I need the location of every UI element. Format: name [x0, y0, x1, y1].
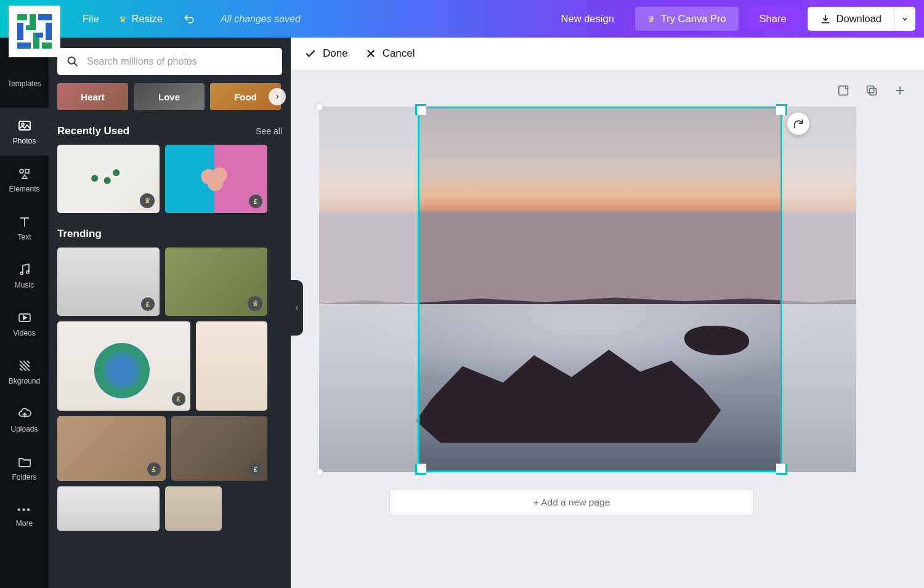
rail-elements[interactable]: Elements [0, 156, 49, 204]
rail-more-label: More [16, 519, 33, 528]
try-pro-button[interactable]: ♛ Try Canva Pro [635, 7, 739, 31]
download-caret-button[interactable] [894, 7, 915, 31]
photo-thumb[interactable] [57, 248, 160, 316]
category-next-button[interactable] [269, 88, 286, 105]
close-icon [365, 48, 376, 59]
rail-folders-label: Folders [12, 473, 36, 481]
svg-rect-5 [17, 42, 31, 49]
category-love[interactable]: Love [134, 83, 205, 110]
top-bar: File ♛ Resize All changes saved New desi… [0, 0, 924, 38]
photo-content [319, 107, 856, 472]
resize-handle-tl[interactable] [315, 103, 323, 111]
photo-thumb[interactable] [57, 486, 160, 531]
rail-videos-label: Videos [13, 329, 35, 337]
rail-uploads[interactable]: Uploads [0, 396, 49, 444]
photo-thumb[interactable] [57, 416, 166, 481]
undo-icon [182, 13, 196, 25]
rail-folders[interactable]: Folders [0, 444, 49, 492]
download-label: Download [837, 13, 881, 25]
chevron-left-icon [294, 304, 300, 312]
crop-handle-br[interactable] [776, 464, 787, 475]
svg-point-15 [26, 271, 29, 273]
rail-background-label: Bkground [9, 377, 40, 385]
download-icon [820, 14, 831, 25]
app-logo[interactable] [9, 6, 60, 57]
svg-rect-2 [38, 14, 52, 20]
image-frame[interactable] [319, 107, 856, 472]
copy-icon [865, 84, 878, 97]
text-icon [17, 214, 32, 229]
file-menu[interactable]: File [83, 13, 99, 25]
category-heart[interactable]: Heart [57, 83, 128, 110]
music-icon [17, 262, 32, 277]
svg-rect-4 [17, 23, 23, 40]
crop-action-bar: Done Cancel [291, 38, 924, 70]
photo-thumb[interactable] [196, 321, 267, 411]
rail-text[interactable]: Text [0, 204, 49, 252]
folder-icon [17, 454, 32, 469]
search-bar[interactable] [57, 48, 282, 75]
add-page-button[interactable]: + Add a new page [389, 489, 754, 515]
cloud-upload-icon [17, 406, 32, 421]
background-icon [17, 358, 32, 373]
undo-button[interactable] [182, 13, 196, 25]
cancel-label: Cancel [383, 47, 415, 60]
save-status: All changes saved [221, 14, 301, 25]
resize-handle-bl[interactable] [315, 469, 323, 477]
rotate-button[interactable] [787, 113, 809, 135]
svg-rect-9 [36, 33, 43, 38]
svg-point-11 [22, 123, 24, 126]
resize-button[interactable]: ♛ Resize [119, 13, 163, 25]
photo-thumb[interactable] [165, 248, 267, 316]
done-button[interactable]: Done [304, 47, 348, 60]
shapes-icon [17, 166, 32, 181]
canvas-area: + Add a new page [291, 70, 924, 588]
crop-handle-tr[interactable] [776, 104, 787, 115]
notes-button[interactable] [835, 82, 852, 99]
svg-rect-3 [46, 23, 52, 40]
rail-videos[interactable]: Videos [0, 300, 49, 348]
crown-icon: ♛ [647, 14, 655, 24]
photo-icon [17, 118, 32, 133]
duplicate-page-button[interactable] [863, 82, 880, 99]
done-label: Done [323, 47, 348, 60]
svg-point-17 [68, 57, 75, 64]
photo-thumb[interactable] [57, 321, 190, 411]
topbar-left-group: File ♛ Resize [83, 13, 196, 25]
svg-rect-19 [869, 88, 876, 95]
trending-title: Trending [57, 228, 102, 240]
rotate-icon [792, 118, 804, 130]
svg-point-14 [20, 272, 23, 275]
photo-thumb[interactable] [57, 145, 160, 213]
see-all-link[interactable]: See all [256, 126, 282, 136]
chevron-down-icon [901, 15, 909, 23]
new-design-button[interactable]: New design [549, 7, 626, 31]
search-input[interactable] [87, 56, 274, 67]
cancel-button[interactable]: Cancel [365, 47, 415, 60]
panel-collapse-tab[interactable] [291, 280, 303, 336]
photo-thumb[interactable] [165, 145, 267, 213]
rail-photos[interactable]: Photos [0, 108, 49, 156]
photo-thumb[interactable] [165, 486, 222, 531]
logo-icon [15, 12, 54, 51]
crop-handle-bl[interactable] [415, 464, 426, 475]
rail-elements-label: Elements [9, 185, 39, 193]
download-group: Download [808, 7, 915, 31]
try-pro-label: Try Canva Pro [661, 13, 726, 25]
search-icon [66, 55, 79, 68]
photo-thumb[interactable] [171, 416, 267, 481]
crop-handle-tl[interactable] [415, 104, 426, 115]
rail-music[interactable]: Music [0, 252, 49, 300]
svg-point-12 [20, 169, 23, 173]
share-button[interactable]: Share [747, 7, 799, 31]
download-button[interactable]: Download [808, 7, 894, 31]
more-dots-icon: ••• [17, 504, 31, 515]
rail-templates-label: Templates [7, 79, 41, 88]
note-icon [837, 84, 850, 97]
rail-background[interactable]: Bkground [0, 348, 49, 396]
category-row: Heart Love Food [57, 83, 282, 110]
rail-more[interactable]: ••• More [0, 492, 49, 540]
add-page-icon-button[interactable] [891, 82, 909, 99]
rail-templates[interactable]: Templates [0, 60, 49, 108]
recently-used-thumbs [57, 145, 282, 213]
